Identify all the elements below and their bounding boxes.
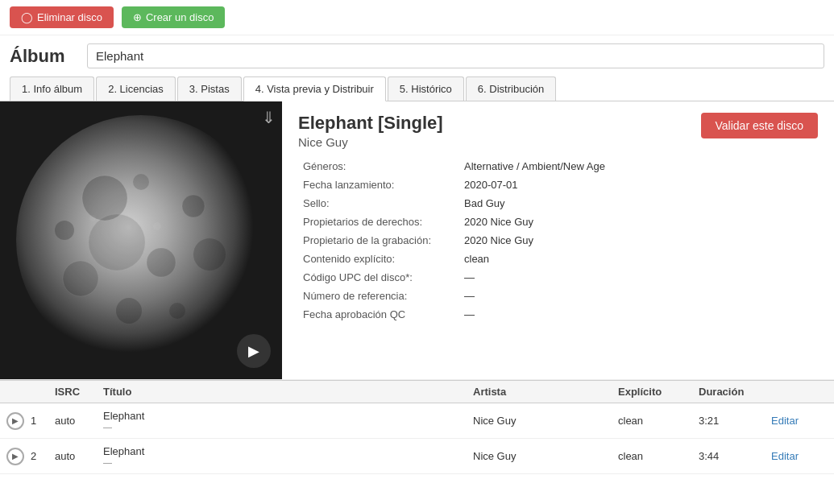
track-edit-button-1[interactable]: Editar	[771, 415, 828, 427]
field-value: 2020 Nice Guy	[459, 213, 818, 231]
track-artist-1: Nice Guy	[473, 415, 618, 427]
track-duration-2: 3:44	[699, 450, 771, 462]
field-label: Fecha aprobación QC	[298, 305, 459, 324]
create-disk-label: Crear un disco	[146, 11, 214, 23]
field-value: —	[459, 287, 818, 305]
track-row: ▶ 1 auto Elephant — Nice Guy clean 3:21 …	[0, 403, 834, 439]
info-row: Géneros:Alternative / Ambient/New Age	[298, 157, 818, 176]
plus-circle-icon: ⊕	[133, 11, 142, 23]
track-num-1: 1	[31, 415, 55, 427]
field-label: Fecha lanzamiento:	[298, 176, 459, 194]
field-label: Propietarios de derechos:	[298, 213, 459, 231]
album-title-input[interactable]	[87, 43, 824, 68]
col-play	[6, 386, 31, 398]
info-row: Sello:Bad Guy	[298, 194, 818, 213]
download-icon[interactable]: ⇓	[262, 108, 276, 127]
svg-point-7	[169, 303, 185, 319]
preview-section: ⇓ ▶ Elephant [Single] Nice Guy Validar e…	[0, 101, 834, 380]
track-title-2: Elephant —	[103, 445, 473, 467]
track-isrc-2: auto	[55, 450, 103, 462]
svg-point-10	[133, 174, 149, 190]
track-list: ISRC Título Artista Explícito Duración ▶…	[0, 380, 834, 474]
track-edit-button-2[interactable]: Editar	[771, 450, 828, 462]
col-artist: Artista	[473, 386, 618, 398]
field-value: clean	[459, 250, 818, 268]
col-isrc: ISRC	[55, 386, 103, 398]
field-label: Sello:	[298, 194, 459, 213]
create-disk-button[interactable]: ⊕ Crear un disco	[122, 6, 226, 28]
artist-name: Nice Guy	[298, 135, 443, 149]
track-row: ▶ 2 auto Elephant — Nice Guy clean 3:44 …	[0, 439, 834, 474]
moon-svg	[0, 101, 282, 379]
info-row: Propietario de la grabación:2020 Nice Gu…	[298, 231, 818, 250]
field-label: Propietario de la grabación:	[298, 231, 459, 250]
info-row: Fecha aprobación QC—	[298, 305, 818, 324]
info-panel: Elephant [Single] Nice Guy Validar este …	[282, 101, 834, 379]
track-explicit-1: clean	[618, 415, 699, 427]
delete-disk-button[interactable]: ◯ Eliminar disco	[10, 6, 114, 28]
minus-circle-icon: ◯	[21, 11, 33, 23]
tab-vista-previa[interactable]: 4. Vista previa y Distribuir	[243, 76, 386, 101]
col-explicit: Explícito	[618, 386, 699, 398]
field-value: Bad Guy	[459, 194, 818, 213]
col-duration: Duración	[699, 386, 771, 398]
svg-point-12	[153, 222, 161, 230]
field-value: 2020-07-01	[459, 176, 818, 194]
delete-disk-label: Eliminar disco	[37, 11, 102, 23]
track-num-2: 2	[31, 450, 55, 462]
field-value: —	[459, 268, 818, 287]
info-row: Contenido explícito:clean	[298, 250, 818, 268]
field-value: 2020 Nice Guy	[459, 231, 818, 250]
track-list-header: ISRC Título Artista Explícito Duración	[0, 381, 834, 403]
info-row: Fecha lanzamiento:2020-07-01	[298, 176, 818, 194]
track-duration-1: 3:21	[699, 415, 771, 427]
track-play-button-2[interactable]: ▶	[6, 448, 24, 465]
svg-point-9	[193, 238, 226, 271]
tab-historico[interactable]: 5. Histórico	[388, 76, 464, 101]
svg-point-11	[89, 214, 145, 271]
col-num	[31, 386, 55, 398]
svg-point-5	[182, 195, 205, 217]
col-title: Título	[103, 386, 473, 398]
release-title: Elephant [Single]	[298, 113, 443, 134]
tabs-bar: 1. Info álbum 2. Licencias 3. Pistas 4. …	[0, 76, 834, 101]
main-content: ⇓ ▶ Elephant [Single] Nice Guy Validar e…	[0, 101, 834, 474]
tab-distribucion[interactable]: 6. Distribución	[466, 76, 556, 101]
svg-point-6	[116, 298, 142, 324]
svg-point-8	[55, 221, 74, 240]
tab-pistas[interactable]: 3. Pistas	[177, 76, 242, 101]
svg-point-13	[89, 215, 96, 221]
info-row: Propietarios de derechos:2020 Nice Guy	[298, 213, 818, 231]
track-artist-2: Nice Guy	[473, 450, 618, 462]
album-label: Álbum	[10, 46, 74, 67]
track-title-1: Elephant —	[103, 410, 473, 432]
svg-point-3	[147, 248, 176, 277]
field-label: Código UPC del disco*:	[298, 268, 459, 287]
track-isrc-1: auto	[55, 415, 103, 427]
album-art: ⇓ ▶	[0, 101, 282, 379]
col-action	[771, 386, 828, 398]
tab-info-album[interactable]: 1. Info álbum	[10, 76, 94, 101]
tab-licencias[interactable]: 2. Licencias	[96, 76, 176, 101]
track-explicit-2: clean	[618, 450, 699, 462]
field-value: Alternative / Ambient/New Age	[459, 157, 818, 176]
info-panel-header: Elephant [Single] Nice Guy Validar este …	[298, 113, 818, 149]
svg-point-4	[63, 261, 98, 296]
track-play-button-1[interactable]: ▶	[6, 412, 24, 430]
info-row: Código UPC del disco*:—	[298, 268, 818, 287]
info-table: Géneros:Alternative / Ambient/New AgeFec…	[298, 157, 818, 324]
toolbar: ◯ Eliminar disco ⊕ Crear un disco	[0, 0, 834, 35]
validate-button[interactable]: Validar este disco	[701, 113, 818, 138]
album-row: Álbum	[0, 35, 834, 76]
field-label: Contenido explícito:	[298, 250, 459, 268]
info-row: Número de referencia:—	[298, 287, 818, 305]
field-value: —	[459, 305, 818, 324]
field-label: Géneros:	[298, 157, 459, 176]
play-button[interactable]: ▶	[237, 334, 271, 368]
field-label: Número de referencia:	[298, 287, 459, 305]
release-info: Elephant [Single] Nice Guy	[298, 113, 443, 149]
